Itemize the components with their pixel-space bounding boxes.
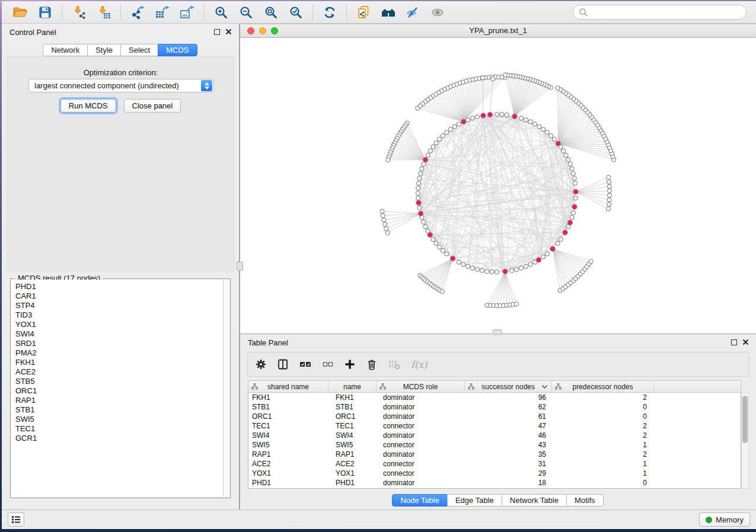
export-table-button[interactable] bbox=[153, 4, 172, 21]
table-cell: 0 bbox=[552, 478, 654, 488]
table-row[interactable]: STB1STB1dominator620 bbox=[248, 402, 741, 412]
column-header-predecessor-nodes[interactable]: predecessor nodes bbox=[552, 381, 654, 392]
table-settings-button[interactable] bbox=[255, 358, 267, 370]
mcds-result-item[interactable]: STP4 bbox=[11, 301, 223, 310]
import-table-button[interactable] bbox=[94, 4, 113, 21]
table-cell: FKH1 bbox=[328, 393, 377, 402]
hide-selected-button[interactable] bbox=[404, 4, 423, 21]
tab-mcds[interactable]: MCDS bbox=[158, 44, 197, 56]
mcds-list-scrollbar[interactable] bbox=[223, 280, 229, 497]
tab-node-table[interactable]: Node Table bbox=[392, 494, 448, 507]
mcds-result-item[interactable]: CAR1 bbox=[11, 291, 223, 301]
mcds-result-item[interactable]: STB1 bbox=[11, 405, 223, 415]
first-neighbors-button[interactable] bbox=[379, 4, 398, 21]
table-cell: 1 bbox=[552, 469, 654, 478]
table-cell: 31 bbox=[465, 459, 552, 469]
close-panel-button[interactable]: Close panel bbox=[124, 99, 181, 113]
table-row[interactable]: TEC1TEC1connector472 bbox=[248, 421, 741, 431]
import-network-button[interactable] bbox=[69, 4, 88, 21]
mcds-result-list[interactable]: PHD1CAR1STP4TID3YOX1SWI4SRD1PMA2FKH1ACE2… bbox=[11, 280, 223, 497]
save-session-button[interactable] bbox=[36, 4, 55, 21]
export-network-button[interactable] bbox=[128, 4, 147, 21]
memory-button[interactable]: Memory bbox=[699, 512, 750, 527]
tab-edge-table[interactable]: Edge Table bbox=[447, 494, 502, 507]
function-builder-button[interactable]: f(x) bbox=[411, 359, 427, 370]
export-image-icon bbox=[180, 5, 195, 20]
split-panel-button[interactable] bbox=[277, 358, 289, 370]
table-row[interactable]: FKH1FKH1dominator962 bbox=[248, 393, 741, 402]
import-network-icon bbox=[72, 5, 86, 20]
table-row[interactable]: SWI5SWI5connector431 bbox=[248, 440, 741, 450]
apply-layout-button[interactable] bbox=[320, 4, 339, 21]
search-field[interactable] bbox=[573, 5, 747, 20]
table-row[interactable]: PHD1PHD1dominator180 bbox=[248, 478, 741, 488]
scrollbar-thumb[interactable] bbox=[742, 396, 748, 443]
zoom-selected-button[interactable] bbox=[286, 4, 305, 21]
table-scrollbar[interactable] bbox=[741, 393, 749, 489]
mcds-result-item[interactable]: SWI4 bbox=[11, 329, 223, 339]
tab-network[interactable]: Network bbox=[43, 44, 88, 56]
search-input[interactable] bbox=[592, 8, 741, 17]
mcds-result-item[interactable]: SWI5 bbox=[11, 415, 223, 424]
mcds-result-item[interactable]: FKH1 bbox=[11, 358, 223, 367]
mcds-result-item[interactable]: ORC1 bbox=[11, 386, 223, 396]
zoom-in-button[interactable] bbox=[212, 4, 231, 21]
close-panel-icon[interactable] bbox=[225, 28, 232, 35]
table-row[interactable]: ORC1ORC1dominator610 bbox=[248, 412, 741, 421]
new-network-from-selection-button[interactable] bbox=[354, 4, 373, 21]
tab-select[interactable]: Select bbox=[120, 44, 158, 56]
memory-button-label: Memory bbox=[716, 515, 744, 524]
import-table-icon bbox=[97, 5, 111, 20]
main-toolbar bbox=[2, 1, 756, 24]
mcds-result-item[interactable]: PMA2 bbox=[11, 348, 223, 358]
delete-column-button[interactable] bbox=[366, 358, 378, 370]
delete-table-button[interactable] bbox=[388, 358, 401, 370]
table-cell: 2 bbox=[552, 393, 654, 402]
mcds-result-item[interactable]: RAP1 bbox=[11, 396, 223, 405]
mcds-result-item[interactable]: STB5 bbox=[11, 377, 223, 386]
zoom-out-button[interactable] bbox=[237, 4, 256, 21]
zoom-fit-button[interactable] bbox=[261, 4, 280, 21]
network-canvas[interactable] bbox=[240, 38, 756, 334]
show-all-button[interactable] bbox=[429, 4, 448, 21]
optimization-criterion-select[interactable]: largest connected component (undirected) bbox=[28, 79, 214, 92]
float-panel-icon[interactable] bbox=[731, 339, 737, 345]
mcds-result-item[interactable]: TID3 bbox=[11, 310, 223, 320]
table-cell: PHD1 bbox=[328, 478, 377, 488]
table-cell: dominator bbox=[377, 478, 465, 488]
status-bar: Memory bbox=[2, 509, 756, 529]
mcds-result-item[interactable]: GCR1 bbox=[11, 434, 223, 443]
table-panel-tabs: Node TableEdge TableNetwork TableMotifs bbox=[240, 494, 756, 507]
table-row[interactable]: ACE2ACE2connector311 bbox=[248, 459, 741, 469]
show-panels-menu-button[interactable] bbox=[8, 512, 24, 527]
tab-motifs[interactable]: Motifs bbox=[566, 494, 604, 507]
column-header-MCDS-role[interactable]: MCDS role bbox=[377, 381, 465, 392]
export-image-button[interactable] bbox=[178, 4, 197, 21]
float-panel-icon[interactable] bbox=[214, 29, 220, 35]
table-row[interactable]: YOX1YOX1connector291 bbox=[248, 469, 741, 478]
vertical-splitter-handle[interactable] bbox=[237, 262, 243, 271]
mcds-result-item[interactable]: PHD1 bbox=[11, 282, 223, 291]
column-header-successor-nodes[interactable]: successor nodes bbox=[465, 381, 552, 392]
select-all-button[interactable] bbox=[299, 358, 312, 370]
tab-style[interactable]: Style bbox=[87, 44, 121, 56]
table-row[interactable]: RAP1RAP1dominator352 bbox=[248, 450, 741, 459]
table-cell: SWI4 bbox=[328, 431, 377, 440]
mcds-result-item[interactable]: TEC1 bbox=[11, 424, 223, 434]
mcds-result-item[interactable]: YOX1 bbox=[11, 320, 223, 329]
horizontal-splitter-handle[interactable] bbox=[493, 329, 502, 335]
table-panel-title: Table Panel bbox=[248, 338, 288, 347]
network-window-titlebar[interactable]: YPA_prune.txt_1 bbox=[240, 24, 756, 38]
run-mcds-button[interactable]: Run MCDS bbox=[60, 99, 116, 113]
table-row[interactable]: SWI4SWI4dominator462 bbox=[248, 431, 741, 440]
column-header-shared-name[interactable]: shared name bbox=[248, 381, 328, 392]
mcds-result-item[interactable]: SRD1 bbox=[11, 339, 223, 348]
close-panel-icon[interactable] bbox=[742, 339, 749, 345]
column-header-name[interactable]: name bbox=[328, 381, 377, 392]
add-column-button[interactable] bbox=[344, 358, 356, 370]
mcds-result-item[interactable]: ACE2 bbox=[11, 367, 223, 377]
tab-network-table[interactable]: Network Table bbox=[502, 494, 567, 507]
open-file-button[interactable] bbox=[11, 4, 30, 21]
deselect-all-button[interactable] bbox=[322, 358, 334, 370]
toolbar-separator bbox=[312, 5, 313, 20]
